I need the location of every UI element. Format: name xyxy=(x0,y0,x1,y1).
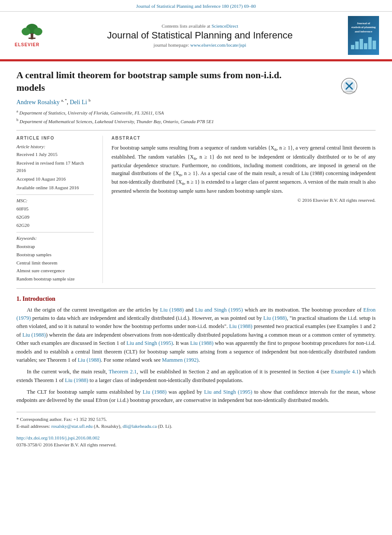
copyright: © 2016 Elsevier B.V. All rights reserved… xyxy=(112,197,376,203)
journal-cover: Journal of statistical planning and infe… xyxy=(348,16,379,55)
crossmark[interactable]: CrossMark xyxy=(340,77,359,96)
keywords-heading: Keywords: xyxy=(16,236,94,241)
svg-text:ELSEVIER: ELSEVIER xyxy=(15,42,39,47)
author-li-link[interactable]: Deli Li xyxy=(70,99,89,105)
two-col-section: Article Info Article history: Received 1… xyxy=(16,136,376,283)
msc-1: 60F05 xyxy=(16,205,94,213)
journal-title-center: Contents lists available at ScienceDirec… xyxy=(52,23,348,48)
ref-liu-1988-8[interactable]: Liu (1988) xyxy=(143,389,166,395)
svg-rect-5 xyxy=(29,38,35,39)
affil-b-label: b xyxy=(16,118,19,122)
homepage-link[interactable]: www.elsevier.com/locate/jspi xyxy=(190,42,246,48)
author-b-superscript: b xyxy=(89,98,91,102)
introduction-heading: 1. Introduction xyxy=(16,296,376,303)
journal-citation: Journal of Statistical Planning and Infe… xyxy=(136,3,256,9)
email-link-li[interactable]: dli@lakeheadu.ca xyxy=(123,424,157,429)
ref-mammen-1992[interactable]: Mammen (1992) xyxy=(162,357,198,363)
affil-a-label: a xyxy=(16,109,18,113)
footnote-corresponding: * Corresponding author. Fax: +1 352 392 … xyxy=(16,416,376,423)
keyword-2: Bootstrap samples xyxy=(16,251,94,259)
ref-liu-singh-1995-1[interactable]: Liu and Singh (1995) xyxy=(195,307,243,313)
abstract-col: Abstract For bootstrap sample sums resul… xyxy=(103,136,376,283)
info-divider-2 xyxy=(16,232,94,232)
paper-title-area: A central limit theorem for bootstrap sa… xyxy=(16,69,376,94)
intro-para-2: In the current work, the main result, Th… xyxy=(16,368,376,385)
abstract-text: For bootstrap sample sums resulting from… xyxy=(112,144,376,195)
footnote-bar: * Corresponding author. Fax: +1 352 392 … xyxy=(16,412,376,449)
svg-point-3 xyxy=(34,28,42,35)
journal-homepage: journal homepage: www.elsevier.com/locat… xyxy=(52,42,348,48)
ref-liu-1988-6[interactable]: Liu (1988) xyxy=(78,357,101,363)
elsevier-logo: ELSEVIER xyxy=(13,22,52,49)
page: Journal of Statistical Planning and Infe… xyxy=(0,0,392,535)
article-info-heading: Article Info xyxy=(16,136,94,140)
affiliation-a: a Department of Statistics, University o… xyxy=(16,108,376,116)
ref-liu-1988-3[interactable]: Liu (1988) xyxy=(229,323,252,329)
ref-liu-1988-2[interactable]: Liu (1988) xyxy=(263,315,287,321)
divider-1 xyxy=(16,130,376,131)
divider-2 xyxy=(16,288,376,289)
author-a-superscript: a, * xyxy=(61,98,67,102)
issn-text: 0378-3758/© 2016 Elsevier B.V. All right… xyxy=(16,441,376,449)
svg-text:CrossMark: CrossMark xyxy=(343,90,356,93)
footer-links: http://dx.doi.org/10.1016/j.jspi.2016.08… xyxy=(16,434,376,441)
intro-para-3: The CLT for bootstrap sample sums establ… xyxy=(16,388,376,405)
keyword-1: Bootstrap xyxy=(16,242,94,251)
main-content: A central limit theorem for bootstrap sa… xyxy=(0,61,392,456)
ref-liu-singh-1995-3[interactable]: Liu and Singh (1995) xyxy=(204,389,252,395)
ref-liu-1988-5[interactable]: Liu (1988) xyxy=(190,340,214,346)
ref-liu-1988-4[interactable]: Liu (1988) xyxy=(22,332,46,338)
article-history-heading: Article history: xyxy=(16,144,94,149)
contents-available: Contents lists available at ScienceDirec… xyxy=(52,23,348,29)
email-link-rosalsky[interactable]: rosalsky@stat.ufl.edu xyxy=(51,424,93,429)
footnote-email: E-mail addresses: rosalsky@stat.ufl.edu … xyxy=(16,423,376,430)
accepted-date: Accepted 10 August 2016 xyxy=(16,175,94,183)
ref-theorem-21[interactable]: Theorem 2.1 xyxy=(109,369,137,375)
abstract-heading: Abstract xyxy=(112,136,376,140)
ref-liu-1988-7[interactable]: Liu (1988) xyxy=(65,377,88,383)
affiliation-b: b Department of Mathematical Sciences, L… xyxy=(16,117,376,125)
authors-line: Andrew Rosalsky a, *, Deli Li b xyxy=(16,98,376,106)
revised-date: Received in revised form 17 March 2016 xyxy=(16,159,94,175)
svg-point-2 xyxy=(22,28,30,35)
keyword-4: Almost sure convergence xyxy=(16,267,94,275)
keyword-5: Random bootstrap sample size xyxy=(16,275,94,283)
paper-title: A central limit theorem for bootstrap sa… xyxy=(16,69,293,94)
elsevier-logo-svg: ELSEVIER xyxy=(13,22,51,49)
sciencedirect-link[interactable]: ScienceDirect xyxy=(211,23,238,29)
info-divider-1 xyxy=(16,194,94,195)
journal-top-bar: Journal of Statistical Planning and Infe… xyxy=(0,0,392,12)
crossmark-icon: CrossMark xyxy=(340,77,358,95)
journal-main-title: Journal of Statistical Planning and Infe… xyxy=(52,30,348,41)
elsevier-header: ELSEVIER Contents lists available at Sci… xyxy=(0,12,392,60)
doi-link[interactable]: http://dx.doi.org/10.1016/j.jspi.2016.08… xyxy=(16,435,100,440)
author-rosalsky-link[interactable]: Andrew Rosalsky xyxy=(16,99,61,105)
footnote-star: * xyxy=(16,417,19,422)
article-info-col: Article Info Article history: Received 1… xyxy=(16,136,103,283)
ref-liu-1988-1[interactable]: Liu (1988) xyxy=(160,307,184,313)
msc-3: 62G20 xyxy=(16,221,94,229)
intro-para-1: At the origin of the current investigati… xyxy=(16,306,376,365)
msc-heading: MSC: xyxy=(16,198,94,203)
keyword-3: Central limit theorem xyxy=(16,259,94,267)
ref-liu-singh-1995-2[interactable]: Liu and Singh (1995) xyxy=(127,340,173,346)
ref-example-41[interactable]: Example 4.1 xyxy=(331,369,359,375)
received-date: Received 1 July 2015 xyxy=(16,151,94,159)
available-date: Available online 18 August 2016 xyxy=(16,184,94,192)
msc-2: 62G09 xyxy=(16,213,94,221)
